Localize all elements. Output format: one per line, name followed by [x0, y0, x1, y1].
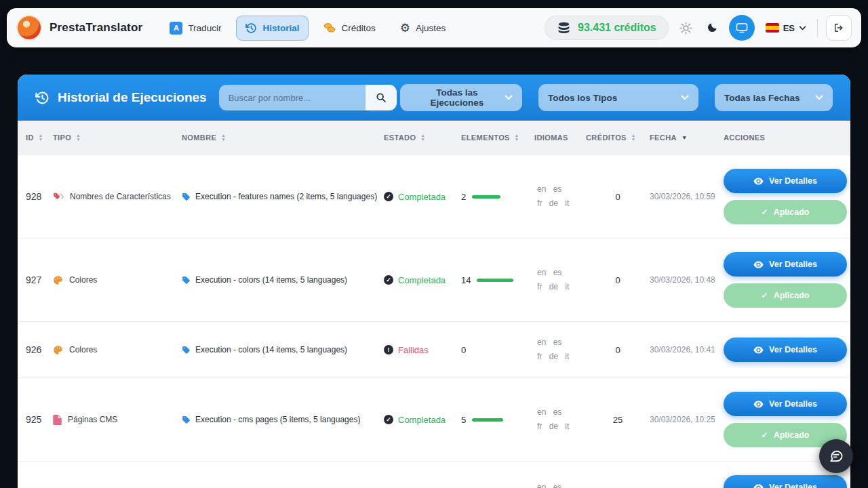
- status-text: Fallidas: [398, 345, 429, 355]
- tag-icon: [182, 415, 191, 424]
- search-button[interactable]: [366, 85, 397, 110]
- row-type: Colores: [53, 345, 182, 355]
- row-name: Execution - cms pages (5 items, 5 langua…: [182, 415, 384, 424]
- column-header-7[interactable]: FECHA▼: [650, 134, 724, 142]
- cms-page-icon: [53, 415, 62, 425]
- check-icon: ✓: [762, 291, 768, 300]
- filter-label: Todos los Tipos: [548, 93, 617, 103]
- status-badge: Completada: [384, 192, 461, 202]
- table-row: 925 Páginas CMS Execution - cms pages (5…: [18, 378, 850, 461]
- column-header-4[interactable]: ELEMENTOS▲▼: [461, 134, 534, 142]
- app-logo: [16, 15, 42, 41]
- table-row: en es Ver Detalles: [18, 461, 850, 488]
- language-selector[interactable]: ES: [763, 20, 809, 36]
- filter-types[interactable]: Todos los Tipos: [538, 84, 698, 111]
- logout-icon: [833, 22, 844, 33]
- search-input[interactable]: [219, 85, 366, 110]
- support-monitor-button[interactable]: [729, 15, 755, 41]
- light-mode-button[interactable]: [677, 19, 695, 37]
- applied-button[interactable]: ✓ Aplicado: [724, 200, 847, 224]
- translate-icon: A: [170, 22, 182, 35]
- row-type: Colores: [53, 275, 182, 285]
- nav-item-ajustes[interactable]: ⚙ Ajustes: [391, 16, 456, 41]
- view-details-button[interactable]: Ver Detalles: [724, 252, 847, 277]
- moon-icon: [706, 22, 718, 34]
- table-row: 928 Nombres de Características Execution…: [18, 155, 850, 238]
- column-label: CRÉDITOS: [586, 134, 627, 142]
- elements-count: 2: [461, 192, 466, 202]
- main-nav: A Traducir Historial Créditos ⚙ Ajustes: [160, 15, 455, 41]
- nav-item-historial[interactable]: Historial: [236, 16, 309, 41]
- languages-line: fr de it: [537, 197, 586, 211]
- elements-progress-bar: [472, 195, 500, 199]
- filter-label: Todas las Fechas: [724, 93, 800, 103]
- sort-icon: ▲▼: [420, 134, 425, 142]
- chat-fab-button[interactable]: [819, 439, 853, 473]
- table-row: 926 Colores Execution - colors (14 items…: [18, 321, 850, 378]
- column-label: ESTADO: [384, 134, 416, 142]
- view-details-button[interactable]: Ver Detalles: [724, 392, 847, 416]
- navbar-right: 93.431 créditos ES: [545, 15, 852, 41]
- row-name-text: Execution - colors (14 items, 5 language…: [195, 345, 347, 354]
- row-type-label: Páginas CMS: [68, 415, 117, 424]
- row-name-text: Execution - cms pages (5 items, 5 langua…: [195, 415, 360, 424]
- filter-dates[interactable]: Todas las Fechas: [715, 84, 833, 111]
- credits-cell: 25: [586, 415, 650, 425]
- row-name: Execution - colors (14 items, 5 language…: [182, 275, 384, 285]
- row-type-label: Nombres de Características: [70, 192, 171, 201]
- row-id: 927: [26, 274, 53, 285]
- divider: [817, 19, 818, 37]
- languages-cell: en es fr de it: [534, 266, 586, 294]
- credits-amount: 93.431 créditos: [578, 22, 656, 34]
- filters: Todas las Ejecuciones Todos los Tipos To…: [400, 84, 833, 111]
- column-label: NOMBRE: [182, 134, 216, 142]
- applied-label: Aplicado: [774, 430, 810, 440]
- view-details-label: Ver Detalles: [769, 260, 817, 269]
- applied-label: Aplicado: [774, 207, 810, 217]
- filter-executions[interactable]: Todas las Ejecuciones: [400, 84, 522, 111]
- applied-button[interactable]: ✓ Aplicado: [724, 283, 847, 308]
- top-navbar: PrestaTranslator A Traducir Historial Cr…: [7, 8, 861, 47]
- elements-cell: 0: [461, 345, 534, 355]
- nav-item-creditos[interactable]: Créditos: [314, 16, 384, 40]
- languages-cell: en es fr de it: [534, 182, 586, 211]
- logout-button[interactable]: [826, 15, 852, 41]
- status-text: Completada: [398, 275, 446, 285]
- monitor-chat-icon: [736, 22, 748, 33]
- sort-icon: ▲▼: [76, 134, 81, 142]
- sort-icon: ▲▼: [631, 134, 636, 142]
- language-code: ES: [783, 23, 795, 33]
- row-name-text: Execution - features names (2 items, 5 l…: [195, 192, 377, 201]
- nav-label: Ajustes: [416, 23, 446, 33]
- coin-stack-icon: [557, 22, 571, 34]
- date-cell: 30/03/2026, 10:48: [650, 275, 724, 285]
- languages-line: en es: [537, 336, 586, 350]
- column-header-3[interactable]: ESTADO▲▼: [384, 134, 461, 142]
- view-details-button[interactable]: Ver Detalles: [724, 475, 847, 488]
- column-header-0[interactable]: ID▲▼: [26, 134, 53, 142]
- chat-bubble-icon: [829, 449, 844, 463]
- row-id: 928: [26, 191, 53, 202]
- row-name: Execution - colors (14 items, 5 language…: [182, 345, 384, 354]
- languages-cell: en es fr de it: [534, 405, 586, 434]
- eye-icon: [753, 401, 764, 408]
- view-details-button[interactable]: Ver Detalles: [724, 169, 847, 193]
- actions-cell: Ver Detalles ✓ Aplicado: [724, 252, 847, 308]
- elements-count: 0: [461, 345, 466, 355]
- column-header-1[interactable]: TIPO▲▼: [53, 134, 182, 142]
- actions-cell: Ver Detalles: [724, 338, 847, 362]
- table-body: 928 Nombres de Características Execution…: [18, 155, 850, 488]
- column-label: IDIOMAS: [534, 134, 568, 142]
- view-details-button[interactable]: Ver Detalles: [724, 338, 847, 362]
- page-title-wrap: Historial de Ejecuciones: [35, 90, 207, 105]
- dark-mode-button[interactable]: [703, 19, 721, 37]
- column-header-6[interactable]: CRÉDITOS▲▼: [586, 134, 650, 142]
- chevron-down-icon: [681, 95, 689, 100]
- panel-header: Historial de Ejecuciones Todas las Ejecu…: [18, 75, 850, 121]
- filter-label: Todas las Ejecuciones: [410, 87, 505, 108]
- search-group: [219, 85, 397, 110]
- nav-item-traducir[interactable]: A Traducir: [160, 15, 231, 41]
- elements-count: 14: [461, 275, 471, 285]
- column-header-2[interactable]: NOMBRE▲▼: [182, 134, 384, 142]
- languages-cell: en es fr de it: [534, 336, 586, 364]
